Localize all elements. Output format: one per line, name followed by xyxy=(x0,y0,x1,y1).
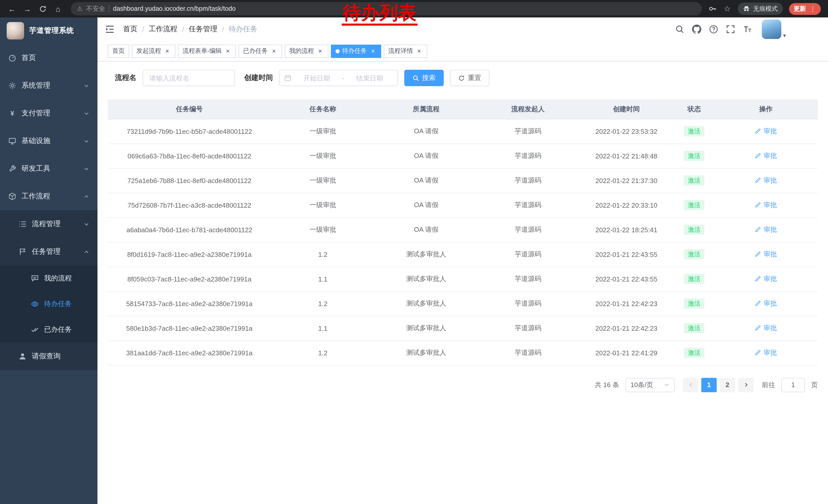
github-icon[interactable] xyxy=(692,25,702,34)
incognito-icon xyxy=(743,5,750,12)
tab-close-icon[interactable]: × xyxy=(416,47,423,55)
dashboard-icon xyxy=(8,54,16,62)
sidebar-item-process-manage[interactable]: 流程管理 xyxy=(0,210,97,238)
sidebar-item-todo-tasks[interactable]: 待办任务 xyxy=(0,291,97,317)
chevron-down-icon xyxy=(84,138,89,144)
approve-link[interactable]: 审批 xyxy=(755,176,777,185)
password-key-icon[interactable] xyxy=(708,4,717,13)
bookmark-star-icon[interactable]: ☆ xyxy=(723,4,732,13)
breadcrumb-item[interactable]: 工作流程 xyxy=(149,25,177,34)
tab-close-icon[interactable]: × xyxy=(369,47,377,55)
breadcrumb: 首页/工作流程/任务管理/待办任务 xyxy=(123,25,257,34)
tab-todo-tasks[interactable]: 待办任务× xyxy=(331,44,381,58)
task-name: 一级审批 xyxy=(271,144,375,168)
prev-page-button[interactable] xyxy=(683,378,698,392)
tab-close-icon[interactable]: × xyxy=(317,47,324,55)
action-cell: 审批 xyxy=(714,316,818,340)
security-label: 不安全 xyxy=(86,4,106,13)
approve-link[interactable]: 审批 xyxy=(755,324,777,333)
sidebar-item-workflow[interactable]: 工作流程 xyxy=(0,183,97,210)
page-button-2[interactable]: 2 xyxy=(720,378,735,392)
chevron-up-icon xyxy=(84,193,89,199)
approve-link[interactable]: 审批 xyxy=(755,250,777,259)
font-size-icon[interactable] xyxy=(743,25,752,34)
tab-label: 已办任务 xyxy=(243,47,268,55)
browser-menu-icon[interactable]: ⋮ xyxy=(810,5,816,12)
approve-label: 审批 xyxy=(763,299,777,308)
app-logo[interactable]: 芋道管理系统 xyxy=(0,17,97,44)
tab-close-icon[interactable]: × xyxy=(164,47,171,55)
tab-process-detail[interactable]: 流程详情× xyxy=(384,44,427,58)
task-name: 1.1 xyxy=(271,267,375,291)
browser-update-button[interactable]: 更新 ⋮ xyxy=(789,3,821,15)
date-range-picker[interactable]: - xyxy=(279,70,398,86)
tab-my-process[interactable]: 我的流程× xyxy=(285,44,328,58)
sidebar-item-done-tasks[interactable]: 已办任务 xyxy=(0,317,97,342)
process-initiator: 芋道源码 xyxy=(478,242,578,267)
browser-forward-icon[interactable]: → xyxy=(20,2,34,15)
status-cell: 激活 xyxy=(674,267,714,291)
tab-label: 发起流程 xyxy=(136,47,161,55)
header-right: ▾ xyxy=(675,19,786,39)
sidebar-item-dev-tools[interactable]: 研发工具 xyxy=(0,155,97,183)
sidebar-item-my-process[interactable]: 我的流程 xyxy=(0,266,97,291)
next-page-button[interactable] xyxy=(738,378,754,392)
approve-link[interactable]: 审批 xyxy=(755,200,777,210)
search-button-label: 搜索 xyxy=(422,73,436,83)
column-header: 流程发起人 xyxy=(478,99,578,119)
tab-done-tasks[interactable]: 已办任务× xyxy=(239,44,282,58)
chevron-down-icon xyxy=(664,382,669,387)
search-icon[interactable] xyxy=(675,25,685,34)
end-date-input[interactable] xyxy=(346,74,393,82)
tab-home[interactable]: 首页 xyxy=(108,44,129,58)
approve-link[interactable]: 审批 xyxy=(755,225,777,234)
sidebar-item-payment-manage[interactable]: ¥支付管理 xyxy=(0,99,97,127)
help-icon[interactable] xyxy=(709,25,718,34)
sidebar-item-infrastructure[interactable]: 基础设施 xyxy=(0,127,97,155)
tab-close-icon[interactable]: × xyxy=(224,47,232,55)
sidebar-item-system-manage[interactable]: 系统管理 xyxy=(0,72,97,99)
breadcrumb-item[interactable]: 任务管理 xyxy=(189,25,217,34)
browser-back-icon[interactable]: ← xyxy=(5,2,18,15)
action-cell: 审批 xyxy=(714,267,818,291)
sidebar-item-label: 基础设施 xyxy=(22,136,50,146)
reset-button[interactable]: 重置 xyxy=(450,70,489,86)
sidebar-toggle-icon[interactable] xyxy=(105,24,115,34)
main-area: 首页/工作流程/任务管理/待办任务 xyxy=(97,17,828,504)
breadcrumb-separator: / xyxy=(182,25,184,33)
status-badge: 激活 xyxy=(684,249,704,260)
approve-label: 审批 xyxy=(763,151,777,161)
user-avatar[interactable]: ▾ xyxy=(762,19,786,39)
action-cell: 审批 xyxy=(714,193,818,217)
browser-home-icon[interactable]: ⌂ xyxy=(51,2,65,15)
tab-process-form-edit[interactable]: 流程表单-编辑× xyxy=(178,44,236,58)
approve-link[interactable]: 审批 xyxy=(755,127,777,136)
sidebar-item-label: 研发工具 xyxy=(22,164,50,173)
sidebar-item-label: 工作流程 xyxy=(22,192,50,201)
start-date-input[interactable] xyxy=(293,74,340,82)
approve-link[interactable]: 审批 xyxy=(755,274,777,283)
page-button-1[interactable]: 1 xyxy=(701,378,717,392)
action-cell: 审批 xyxy=(714,144,818,168)
approve-label: 审批 xyxy=(763,250,777,259)
sidebar-item-leave-query[interactable]: 请假查询 xyxy=(0,342,97,370)
fullscreen-icon[interactable] xyxy=(726,25,735,34)
page-size-select[interactable]: 10条/页 xyxy=(625,378,675,392)
sidebar-item-home[interactable]: 首页 xyxy=(0,44,97,72)
tab-initiate-process[interactable]: 发起流程× xyxy=(132,44,175,58)
tab-label: 流程详情 xyxy=(388,47,413,55)
approve-link[interactable]: 审批 xyxy=(755,299,777,308)
goto-page-input[interactable] xyxy=(781,378,805,392)
table-header-row: 任务编号任务名称所属流程流程发起人创建时间状态操作 xyxy=(108,99,818,119)
search-button[interactable]: 搜索 xyxy=(404,70,444,86)
sidebar-item-task-manage[interactable]: 任务管理 xyxy=(0,238,97,266)
process-name: OA 请假 xyxy=(375,168,478,193)
browser-refresh-icon[interactable] xyxy=(36,2,49,15)
approve-link[interactable]: 审批 xyxy=(755,348,777,357)
tab-close-icon[interactable]: × xyxy=(271,47,278,55)
edit-icon xyxy=(755,202,761,209)
breadcrumb-item[interactable]: 首页 xyxy=(123,25,137,34)
approve-link[interactable]: 审批 xyxy=(755,151,777,161)
warning-icon: ⚠ xyxy=(77,5,83,12)
process-name-input[interactable] xyxy=(142,70,235,86)
